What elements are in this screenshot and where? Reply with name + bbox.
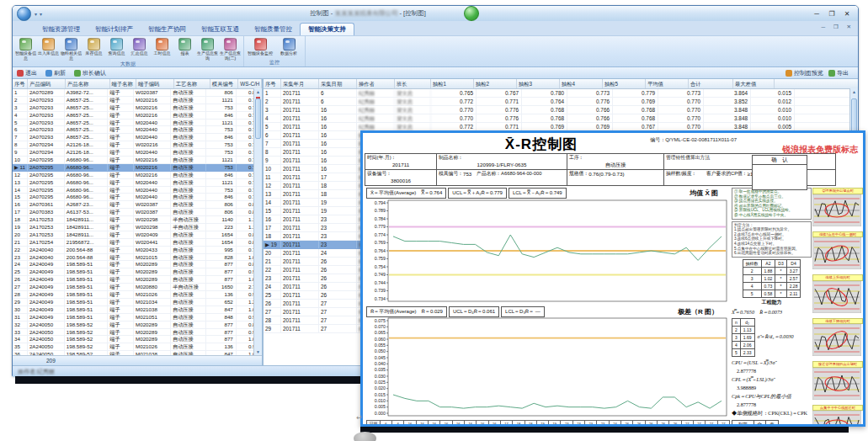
table-row[interactable]: 162A070361A2687-23...端子W020387自动压接8060.8… [13,201,262,209]
table-row[interactable]: 282A240049198.589-51端子M021026自动压接1360.95 [13,291,262,299]
toolbar-button[interactable]: 导出 [828,69,849,77]
table-row[interactable]: 182A17025318428911...端子W020298半自动压接11401… [13,216,262,224]
table-row[interactable]: 12A070289A3982-72...端子W020387自动压接8060.80 [13,89,262,97]
table-row[interactable]: 102A070295A6680-96...端子M020216自动压接11210.… [13,157,262,164]
column-header[interactable]: 工艺名称 [174,79,210,88]
table-row[interactable]: 12017116纪秀丽梁文忠0.7650.7670.7800.7730.7790… [264,89,858,98]
ribbon-button[interactable]: 汇总信息 [128,37,151,61]
scrollbar-thumb[interactable] [255,98,261,139]
table-row[interactable]: 222A240040200.564-88端子M020433自动压接9950.75 [13,247,262,254]
table-row[interactable]: 332A240050198.589-52端子M020289自动压接8770.95 [13,329,262,337]
table-row[interactable]: 192A17025318428911...端子W020298半自动压接2231.… [13,224,262,231]
table-row[interactable]: 342A240050198.589-52端子M020289自动压接8771.05 [13,336,262,343]
column-header[interactable]: 抽检1 [431,79,474,88]
column-header[interactable]: 序号 [13,79,28,88]
ribbon-button[interactable]: 数据分析 [274,37,303,59]
table-cell: 201711 [281,224,319,231]
ribbon-button[interactable]: 物料相关信息 [60,37,83,61]
table-row[interactable]: 272A240049198.589-51端子M020880半自动压接16502.… [13,284,262,291]
maximize-button[interactable]: ❐ [824,8,839,19]
column-header[interactable]: WS-C/H [238,79,262,88]
table-row[interactable]: ▶ 112A070295A6680-96...端子M020216自动压接7530… [13,164,262,172]
column-header[interactable]: 端子编码 [136,79,174,88]
ribbon-button[interactable]: 查询信息 [105,37,128,61]
table-row[interactable]: 72A070293A8657-25...端子M020440自动压接8460.76 [13,134,262,141]
column-header[interactable]: 最大差值 [733,79,775,88]
ribbon-button[interactable]: 工时信息 [151,37,173,61]
ribbon-button[interactable]: 生产信息查询 [196,37,219,61]
column-header[interactable]: 抽检2 [474,79,517,88]
table-row[interactable]: 22017116纪秀丽梁文忠0.7720.7710.7640.7760.7690… [264,98,858,106]
column-header[interactable]: 操作者 [357,79,395,88]
table-row[interactable]: 62A070293A8657-25...端子M020440自动压接7530.76 [13,126,262,134]
table-row[interactable]: 302A240049198.589-51端子M021038自动压接8471.02 [13,306,262,314]
column-header[interactable]: 抽检3 [517,79,560,88]
close-button[interactable]: ✕ [839,8,855,19]
table-row[interactable]: 312A240049198.589-51端子M021051自动压接8480.97 [13,314,262,321]
column-header[interactable]: 序号 [264,79,281,88]
ribbon-button[interactable]: 库存信息 [83,37,105,61]
mdi-child-controls[interactable]: ─ ❐ ✕ [822,24,855,30]
table-row[interactable]: 212A17025421956872...端子W020441自动压接16540.… [13,239,262,247]
ribbon-button[interactable]: 智能设备信息 [14,37,37,61]
column-header[interactable]: 模具编号 [210,79,238,88]
table-row[interactable]: 82A070294A2126-18...端子W020216自动压接7530.76 [13,141,262,149]
table-row[interactable]: 152A070295A6680-96...端子M020440自动压接8460.7… [13,194,262,201]
product-table-scrollbar[interactable]: ▲ ▼ [253,88,262,365]
table-row[interactable]: 92A070294A2126-18...端子M020440自动压接7530.76 [13,149,262,157]
table-row[interactable]: 132A070295A6680-96...端子M020440自动压接11210.… [13,179,262,187]
column-header[interactable]: 产品名称 [66,79,109,88]
ribbon-button[interactable]: 智能设备监控 [246,37,274,59]
table-row[interactable]: 352A240050198.589-52端子M021026自动压接1360.95 [13,343,262,351]
ribbon-button[interactable]: 报表 [173,37,196,61]
table-row[interactable]: 32A070293A8657-25...端子M020216自动压接7530.76 [13,104,262,112]
tab-item[interactable]: 智能质量管控 [247,24,300,35]
table-row[interactable]: 52A070293A8657-25...端子M020440自动压接11210.7… [13,120,262,127]
tab-item[interactable]: 智能计划排产 [88,24,141,35]
column-header[interactable]: 产品编码 [28,79,66,88]
tab-item[interactable]: 智能资源管理 [35,24,88,35]
messenger-orb-icon[interactable] [464,6,479,21]
tab-active[interactable]: 智能决策支持 [300,23,354,35]
column-header[interactable]: 端子名称 [110,79,137,88]
minimize-button[interactable]: ─ [809,8,824,19]
table-row[interactable]: 202A17025318428911...端子W020409自动压接16540.… [13,231,262,239]
table-cell: 9 [264,157,281,164]
sampling-table-header: 序号采集年月采集日期操作者班长抽检1抽检2抽检3抽检4抽检5平均值合计最大差值 [264,79,858,89]
table-row[interactable]: 172A070383A6137-53...端子W020387自动压接8060.8… [13,209,262,216]
column-header[interactable]: 采集年月 [281,79,319,88]
judgement-result-table: 判定合否班组长 [732,420,779,427]
table-row[interactable]: 420171116纪秀丽梁文忠0.7700.7760.7680.7660.768… [264,114,858,123]
ribbon-button[interactable]: 出入库信息 [37,37,60,61]
toolbar-button[interactable]: 控制图预览 [785,69,823,77]
table-row[interactable]: 320171116纪秀丽梁文忠0.7700.7760.7680.7660.768… [264,106,858,114]
ribbon-button[interactable]: 生产信息查询(二) [219,37,242,61]
column-header[interactable]: 抽检5 [603,79,646,88]
scroll-up-arrow[interactable]: ▲ [850,88,858,96]
column-header[interactable]: 抽检4 [560,79,603,88]
table-row[interactable]: 322A240050198.589-52端子M020289自动压接8770.85 [13,321,262,329]
column-header[interactable]: 采集日期 [319,79,357,88]
table-row[interactable]: 142A070295A6680-96...端子M020440自动压接7530.7… [13,187,262,194]
table-row[interactable]: 232A240040200.564-88端子M021015自动压接8281.05 [13,254,262,262]
table-cell: 198.589-51 [65,276,108,283]
column-header[interactable]: 平均值 [646,79,689,88]
table-row[interactable]: 262A240049198.589-51端子M020289自动压接8771.05 [13,276,262,284]
toolbar-button[interactable]: 刷新 [45,69,66,77]
table-row[interactable]: 22A070293A8657-25...端子M020216自动压接11210.7… [13,97,262,104]
table-cell: M020216 [134,97,171,104]
table-row[interactable]: 252A240049198.589-51端子M020289自动压接8770.95 [13,268,262,276]
toolbar-button[interactable]: 退出 [17,69,37,77]
tab-item[interactable]: 智能互联互通 [194,24,247,35]
title-bar[interactable]: ▾▾ 控制图 - 某某某某线束有限公司 - [控制图] ─ ❐ ✕ [13,6,858,21]
table-row[interactable]: 292A240049198.589-51端子M021034自动压接6521.25 [13,299,262,306]
column-header[interactable]: 班长 [395,79,431,88]
toolbar-button[interactable]: 班长确认 [74,69,106,77]
table-row[interactable]: 122A070295A6680-96...端子M020216自动压接8460.7… [13,172,262,179]
table-cell: M021051 [134,314,171,321]
tab-item[interactable]: 智能生产协同 [141,24,194,35]
column-header[interactable]: 合计 [689,79,733,88]
scroll-up-arrow[interactable]: ▲ [254,88,262,96]
table-row[interactable]: 42A070293A8657-25...端子M020216自动压接8460.76 [13,112,262,120]
table-row[interactable]: 242A240049198.589-51端子M020289自动压接8770.85 [13,261,262,268]
